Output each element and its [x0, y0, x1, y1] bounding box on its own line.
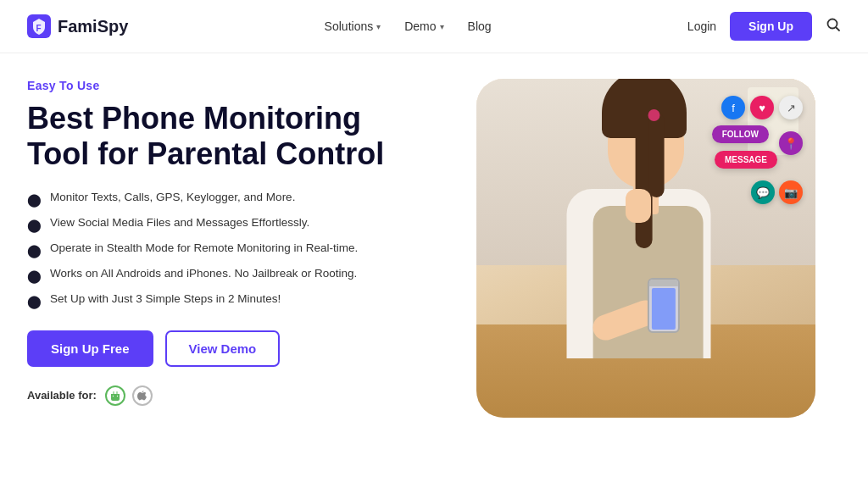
nav-actions: Login Sign Up	[687, 12, 841, 41]
main-content: Easy To Use Best Phone Monitoring Tool f…	[0, 53, 868, 435]
svg-point-2	[828, 19, 837, 29]
signup-button[interactable]: Sign Up	[730, 12, 812, 41]
svg-point-7	[117, 396, 118, 396]
apple-icon	[132, 385, 153, 406]
feature-list: ⬤ Monitor Texts, Calls, GPS, Keylogger, …	[27, 190, 434, 310]
list-item: ⬤ View Social Media Files and Messages E…	[27, 215, 434, 234]
cta-buttons: Sign Up Free View Demo	[27, 330, 434, 367]
signup-free-button[interactable]: Sign Up Free	[27, 330, 153, 367]
logo-icon: F	[27, 14, 51, 38]
nav-solutions[interactable]: Solutions ▾	[325, 19, 381, 33]
share-icon: ↗	[779, 96, 803, 119]
list-item: ⬤ Monitor Texts, Calls, GPS, Keylogger, …	[27, 190, 434, 208]
list-item: ⬤ Set Up with Just 3 Simple Steps in 2 M…	[27, 291, 434, 310]
view-demo-button[interactable]: View Demo	[165, 330, 281, 367]
easy-to-use-label: Easy To Use	[27, 79, 434, 92]
message-badge: MESSAGE	[715, 151, 777, 169]
checkmark-icon: ⬤	[27, 191, 42, 208]
hero-image-section: f ♥ ↗ 📍 FOLLOW MESSAGE 💬 📷	[468, 79, 824, 418]
logo-text: FamiSpy	[58, 17, 128, 36]
hero-text-section: Easy To Use Best Phone Monitoring Tool f…	[27, 79, 434, 406]
logo[interactable]: F FamiSpy	[27, 14, 128, 38]
follow-badge: FOLLOW	[712, 125, 769, 143]
search-icon[interactable]	[826, 17, 841, 36]
available-for-section: Available for:	[27, 385, 434, 406]
main-heading: Best Phone Monitoring Tool for Parental …	[27, 101, 434, 173]
facebook-icon: f	[721, 96, 745, 119]
header: F FamiSpy Solutions ▾ Demo ▾ Blog Login …	[0, 0, 868, 53]
list-item: ⬤ Works on All Androids and iPhones. No …	[27, 266, 434, 285]
login-link[interactable]: Login	[687, 19, 716, 33]
checkmark-icon: ⬤	[27, 241, 42, 259]
nav-blog[interactable]: Blog	[468, 19, 492, 33]
photo-icon: 📷	[779, 180, 803, 204]
available-for-label: Available for:	[27, 389, 97, 402]
main-nav: Solutions ▾ Demo ▾ Blog	[325, 19, 492, 33]
chevron-down-icon: ▾	[376, 22, 381, 31]
checkmark-icon: ⬤	[27, 292, 42, 310]
hero-image: f ♥ ↗ 📍 FOLLOW MESSAGE 💬 📷	[476, 79, 815, 418]
list-item: ⬤ Operate in Stealth Mode for Remote Mon…	[27, 241, 434, 259]
platform-icons	[105, 385, 153, 406]
chat-icon: 💬	[751, 180, 775, 204]
svg-line-3	[837, 28, 840, 31]
svg-rect-5	[116, 391, 117, 394]
checkmark-icon: ⬤	[27, 216, 42, 234]
svg-point-6	[113, 396, 114, 396]
chevron-down-icon: ▾	[440, 22, 444, 31]
nav-demo[interactable]: Demo ▾	[404, 19, 443, 33]
svg-text:F: F	[36, 24, 42, 33]
checkmark-icon: ⬤	[27, 267, 42, 285]
location-icon: 📍	[779, 131, 803, 155]
heart-icon: ♥	[750, 96, 774, 119]
svg-rect-4	[113, 391, 114, 394]
android-icon	[105, 385, 125, 406]
